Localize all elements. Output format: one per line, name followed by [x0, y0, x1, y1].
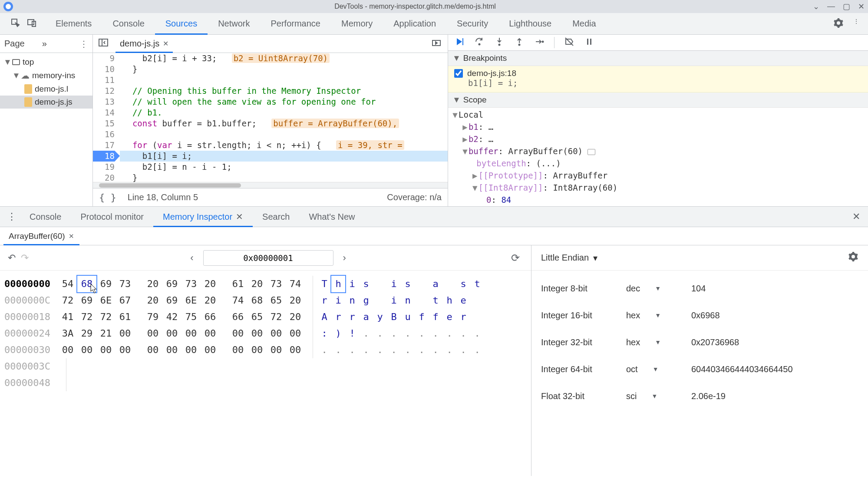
breakpoint-file: demo-js.js:18: [467, 69, 516, 78]
main-panel-tabs: Elements Console Sources Network Perform…: [0, 13, 868, 35]
tab-memory[interactable]: Memory: [331, 13, 383, 35]
value-readout: 2.06e-19: [691, 391, 858, 401]
history-forward-icon[interactable]: ↷: [21, 252, 29, 264]
prev-page-icon[interactable]: ‹: [185, 252, 198, 264]
navigator-overflow-icon[interactable]: »: [42, 39, 47, 49]
value-type-label: Integer 64-bit: [541, 364, 626, 374]
navigator-menu-icon[interactable]: ⋮: [79, 39, 88, 49]
tree-item-top[interactable]: ▼ top: [0, 56, 92, 69]
value-settings-icon[interactable]: [848, 251, 858, 264]
tree-label: demo-js.l: [35, 84, 68, 94]
breakpoint-source: b1[i] = i;: [454, 78, 862, 88]
navigator-tab-page[interactable]: Page: [4, 39, 25, 49]
memory-buffer-tab[interactable]: ArrayBuffer(60) ✕: [3, 227, 79, 245]
tab-network[interactable]: Network: [208, 13, 260, 35]
window-minimize-icon[interactable]: ―: [827, 2, 835, 11]
value-row: Integer 8-bitdec▼104: [541, 275, 858, 302]
tab-sources[interactable]: Sources: [155, 13, 208, 35]
endianness-select[interactable]: Little Endian ▾: [541, 253, 597, 263]
sources-navigator-pane: Page » ⋮ ▼ top ▼☁ memory-ins demo-js.l d…: [0, 35, 93, 206]
address-input[interactable]: [203, 250, 333, 266]
kebab-menu-icon[interactable]: ⋮: [853, 18, 859, 30]
window-titlebar: DevTools - memory-inspector.glitch.me/de…: [0, 0, 868, 13]
tab-lighthouse[interactable]: Lighthouse: [498, 13, 562, 35]
step-into-button[interactable]: [494, 36, 505, 49]
resume-button[interactable]: [454, 36, 465, 49]
drawer-menu-icon[interactable]: ⋮: [3, 211, 20, 222]
svg-point-8: [499, 44, 500, 45]
drawer-tab-console[interactable]: Console: [20, 206, 71, 227]
tree-item-domain[interactable]: ▼☁ memory-ins: [0, 69, 92, 83]
value-mode-select[interactable]: oct▼: [626, 364, 691, 374]
debugger-toolbar: [448, 35, 868, 51]
value-row: Integer 64-bitoct▼604403466444034664450: [541, 356, 858, 383]
hex-viewer[interactable]: 00000000546869732069732061207374This is …: [0, 271, 531, 396]
tree-item-file[interactable]: demo-js.js: [0, 96, 92, 109]
breakpoint-item[interactable]: demo-js.js:18 b1[i] = i;: [448, 66, 868, 92]
app-icon: [3, 2, 13, 11]
reveal-in-memory-icon[interactable]: [587, 149, 595, 155]
deactivate-breakpoints-button[interactable]: [564, 36, 574, 49]
value-type-label: Float 32-bit: [541, 391, 626, 401]
value-readout: 0x20736968: [691, 337, 858, 347]
tree-label: top: [23, 57, 34, 67]
value-mode-select[interactable]: dec▼: [626, 284, 691, 294]
step-button[interactable]: [534, 36, 545, 49]
memory-inspector-tabs: ArrayBuffer(60) ✕: [0, 227, 868, 245]
tab-media[interactable]: Media: [562, 13, 606, 35]
inspect-element-icon[interactable]: [10, 18, 21, 30]
value-mode-select[interactable]: hex▼: [626, 311, 691, 320]
step-over-button[interactable]: [474, 36, 485, 49]
refresh-icon[interactable]: ⟳: [508, 252, 523, 264]
value-row: Integer 16-bithex▼0x6968: [541, 302, 858, 329]
tab-application[interactable]: Application: [383, 13, 446, 35]
tree-item-file[interactable]: demo-js.l: [0, 83, 92, 96]
value-row: Float 32-bitsci▼2.06e-19: [541, 383, 858, 410]
close-tab-icon[interactable]: ✕: [163, 40, 168, 48]
editor-tab-demo-js[interactable]: demo-js.js ✕: [116, 35, 173, 53]
svg-rect-12: [587, 39, 588, 45]
scope-section-header[interactable]: ▼Scope: [448, 92, 868, 108]
drawer-tabs: ⋮ Console Protocol monitor Memory Inspec…: [0, 206, 868, 227]
drawer-tab-whats-new[interactable]: What's New: [299, 206, 364, 227]
pretty-print-icon[interactable]: { }: [99, 192, 116, 203]
toggle-navigator-icon[interactable]: [96, 37, 110, 50]
svg-point-7: [479, 43, 480, 45]
breakpoints-section-header[interactable]: ▼Breakpoints: [448, 51, 868, 66]
tab-security[interactable]: Security: [446, 13, 498, 35]
pause-on-exceptions-button[interactable]: [584, 36, 594, 49]
device-toolbar-icon[interactable]: [27, 18, 37, 30]
step-out-button[interactable]: [514, 36, 525, 49]
window-menu-icon[interactable]: ⌄: [813, 2, 819, 11]
chevron-down-icon: ▼: [655, 339, 661, 346]
code-editor[interactable]: 910111213141516171819202122 b2[i] = i + …: [93, 53, 448, 182]
drawer-tab-search[interactable]: Search: [253, 206, 299, 227]
value-readout: 104: [691, 284, 858, 294]
value-mode-select[interactable]: hex▼: [626, 337, 691, 347]
drawer-tab-memory-inspector[interactable]: Memory Inspector ✕: [153, 206, 253, 227]
run-snippet-icon[interactable]: [429, 38, 444, 50]
window-maximize-icon[interactable]: ▢: [843, 2, 850, 11]
chevron-down-icon: ▼: [655, 285, 661, 292]
tree-label: demo-js.js: [35, 97, 73, 107]
close-drawer-icon[interactable]: ✕: [852, 211, 865, 222]
close-tab-icon[interactable]: ✕: [236, 211, 243, 222]
breakpoint-checkbox[interactable]: [454, 69, 463, 78]
svg-rect-6: [462, 38, 463, 45]
coverage-status: Coverage: n/a: [387, 192, 442, 202]
value-mode-select[interactable]: sci▼: [626, 391, 691, 401]
history-back-icon[interactable]: ↶: [8, 252, 16, 264]
next-page-icon[interactable]: ›: [338, 252, 351, 264]
window-close-icon[interactable]: ✕: [858, 2, 865, 11]
tab-performance[interactable]: Performance: [261, 13, 331, 35]
tab-console[interactable]: Console: [102, 13, 155, 35]
settings-icon[interactable]: [833, 18, 844, 30]
value-type-label: Integer 32-bit: [541, 337, 626, 347]
editor-tab-label: demo-js.js: [120, 39, 159, 49]
svg-rect-1: [28, 20, 34, 25]
editor-horizontal-scrollbar[interactable]: [93, 182, 448, 188]
drawer-tab-protocol-monitor[interactable]: Protocol monitor: [71, 206, 153, 227]
close-tab-icon[interactable]: ✕: [69, 232, 74, 240]
tab-elements[interactable]: Elements: [45, 13, 102, 35]
value-readout: 604403466444034664450: [691, 364, 858, 374]
